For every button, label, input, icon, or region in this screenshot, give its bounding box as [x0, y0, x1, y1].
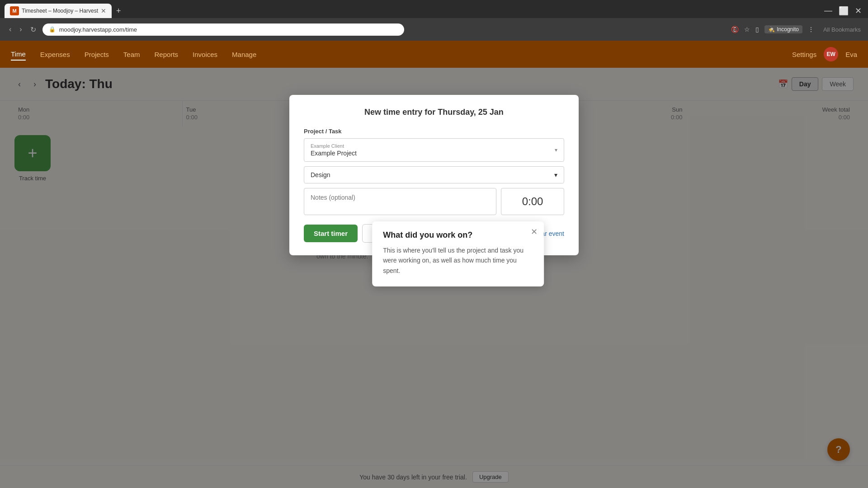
nav-manage[interactable]: Manage [232, 49, 256, 60]
tab-title: Timesheet – Moodjoy – Harvest [22, 8, 98, 14]
nav-time[interactable]: Time [11, 48, 26, 61]
tab-close-icon[interactable]: ✕ [101, 7, 106, 14]
header-right: Settings EW Eva [792, 47, 857, 61]
tab-favicon: M [10, 6, 19, 15]
browser-chrome: M Timesheet – Moodjoy – Harvest ✕ + — ⬜ … [0, 0, 868, 41]
address-bar[interactable]: 🔒 moodjoy.harvestapp.com/time [42, 23, 404, 36]
close-window-button[interactable]: ✕ [853, 6, 863, 16]
nav-team[interactable]: Team [123, 49, 140, 60]
notes-input[interactable] [304, 188, 496, 215]
screen-cast-icon: 📵 [731, 26, 739, 33]
tooltip-title: What did you work on? [383, 230, 533, 240]
sidebar-icon[interactable]: ▯ [755, 26, 759, 33]
project-name: Example Project [311, 150, 557, 157]
browser-tab[interactable]: M Timesheet – Moodjoy – Harvest ✕ [5, 4, 112, 18]
nav-invoices[interactable]: Invoices [193, 49, 217, 60]
tooltip-close-button[interactable]: ✕ [531, 227, 538, 237]
notes-time-row [304, 188, 564, 215]
minimize-button[interactable]: — [822, 6, 834, 16]
restore-button[interactable]: ⬜ [837, 6, 850, 16]
user-avatar[interactable]: EW [824, 47, 838, 61]
refresh-button[interactable]: ↻ [28, 23, 38, 36]
settings-link[interactable]: Settings [792, 51, 816, 58]
project-select[interactable]: Example Client Example Project ▾ [304, 138, 564, 162]
nav-projects[interactable]: Projects [85, 49, 109, 60]
url-text: moodjoy.harvestapp.com/time [59, 26, 137, 33]
incognito-badge: 🕵 Incognito [764, 25, 802, 33]
back-button[interactable]: ‹ [7, 23, 13, 35]
task-select[interactable]: Design ▾ [304, 166, 564, 183]
tooltip-body: This is where you'll tell us the project… [383, 245, 533, 276]
nav-reports[interactable]: Reports [155, 49, 179, 60]
project-dropdown-icon: ▾ [555, 147, 557, 153]
secure-icon: 🔒 [49, 26, 56, 33]
time-input[interactable] [501, 188, 564, 215]
modal-title: New time entry for Thursday, 25 Jan [304, 108, 564, 117]
main-content: ‹ › Today: Thu 📅 Day Week Mon 0:00 Tue 0… [0, 68, 868, 488]
tooltip-popup: ✕ What did you work on? This is where yo… [372, 221, 544, 286]
incognito-icon: 🕵 [768, 26, 775, 33]
new-tab-button[interactable]: + [113, 6, 124, 16]
browser-menu-icon[interactable]: ⋮ [808, 26, 814, 33]
nav-expenses[interactable]: Expenses [40, 49, 70, 60]
project-task-label: Project / Task [304, 128, 564, 135]
app-header: Time Expenses Projects Team Reports Invo… [0, 41, 868, 68]
bookmark-star-icon[interactable]: ☆ [744, 26, 750, 33]
task-dropdown-icon: ▾ [554, 171, 557, 178]
client-name: Example Client [311, 143, 557, 149]
task-name: Design [311, 171, 330, 178]
user-name[interactable]: Eva [845, 51, 857, 58]
forward-button[interactable]: › [18, 23, 24, 35]
bookmarks-label: All Bookmarks [823, 26, 861, 33]
start-timer-button[interactable]: Start timer [304, 225, 358, 242]
